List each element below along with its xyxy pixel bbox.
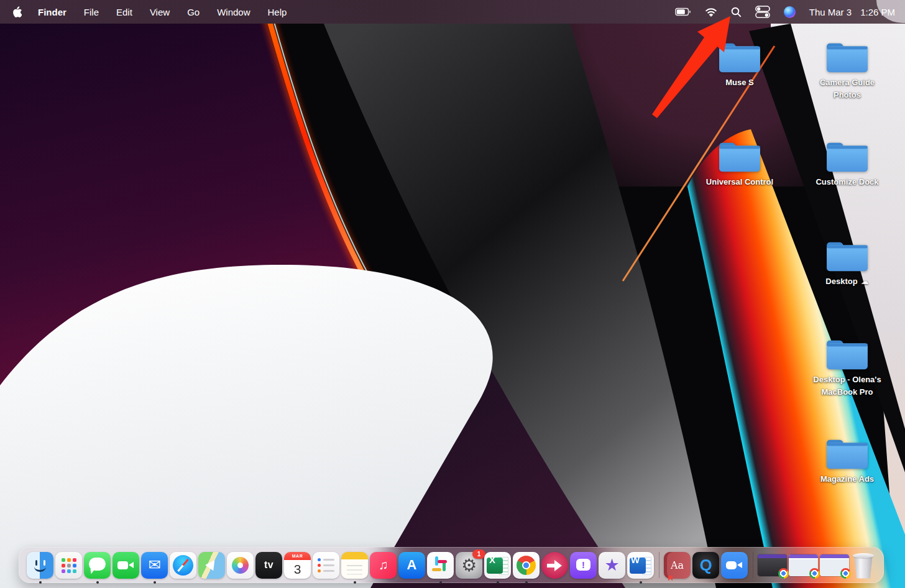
folder-label: Desktop - Olena'sMacBook Pro [813, 374, 881, 398]
running-indicator [154, 581, 156, 584]
menu-bar: Finder FileEditViewGoWindowHelp Thu Mar … [0, 0, 905, 24]
battery-icon[interactable] [675, 7, 691, 16]
folder-icon [822, 236, 872, 275]
menu-help[interactable]: Help [259, 7, 296, 17]
dock-app-store-icon[interactable]: A [398, 552, 425, 579]
notification-badge: 1 [472, 549, 485, 559]
folder-icon [822, 37, 872, 76]
spotlight-search-icon[interactable] [731, 7, 742, 17]
desktop-folder-desktop[interactable]: Desktop [801, 236, 894, 288]
dock-calendar-icon[interactable]: MAR3 [284, 552, 311, 579]
menubar-menus: FileEditViewGoWindowHelp [75, 7, 296, 17]
menu-window[interactable]: Window [208, 7, 259, 17]
folder-label: Universal Control [706, 176, 773, 188]
running-indicator [640, 581, 642, 584]
clock-date: Thu Mar 3 [809, 7, 852, 17]
clock-time: 1:26 PM [860, 7, 895, 17]
dock-minimized-window-3-icon[interactable] [820, 554, 849, 576]
running-indicator [354, 581, 356, 584]
desktop-folder-camera-guide-photos[interactable]: Camera GuidePhotos [801, 37, 894, 101]
dock-skitch-icon[interactable] [541, 552, 568, 579]
desktop-folders: Muse SCamera GuidePhotosUniversal Contro… [0, 0, 905, 588]
apple-menu-icon[interactable] [12, 6, 22, 17]
running-indicator [497, 581, 499, 584]
dock-chrome-icon[interactable] [513, 552, 540, 579]
dock-apple-tv-icon[interactable]: tv [255, 552, 282, 579]
dock-trash-icon[interactable] [851, 552, 876, 579]
macos-desktop: Finder FileEditViewGoWindowHelp Thu Mar … [0, 0, 905, 588]
dock-finder-icon[interactable] [27, 552, 53, 579]
dock-items: tvMAR3A1X!★WAaQ [26, 552, 877, 579]
folder-icon [822, 334, 872, 373]
dock-system-preferences-icon[interactable]: 1 [456, 552, 482, 579]
folder-icon [715, 137, 765, 175]
dock-reminders-icon[interactable] [313, 552, 339, 579]
desktop-folder-muse-s[interactable]: Muse S [693, 37, 786, 89]
folder-icon [822, 137, 872, 175]
dock-mail-icon[interactable] [141, 552, 168, 579]
folder-label: Customize Dock [815, 176, 878, 188]
folder-icon [822, 434, 872, 472]
dock-minimized-window-1-icon[interactable] [758, 554, 787, 576]
running-indicator [39, 581, 42, 584]
desktop-folder-customize-dock[interactable]: Customize Dock [801, 137, 894, 188]
running-indicator [439, 581, 442, 584]
dock-imovie-icon[interactable]: ★ [599, 552, 625, 579]
dock-zoom-icon[interactable] [721, 552, 748, 579]
folder-label: Desktop [825, 275, 868, 288]
dock-divider [753, 552, 753, 578]
dock-dictionary-icon[interactable]: Aa [664, 552, 691, 579]
menu-view[interactable]: View [141, 7, 178, 17]
dock-safari-icon[interactable] [170, 552, 196, 579]
folder-icon [715, 37, 765, 76]
folder-label: Magazine Ads [820, 473, 874, 485]
dock-quicktime-icon[interactable]: Q [692, 552, 719, 579]
wifi-icon[interactable] [705, 7, 717, 17]
dock-maps-icon[interactable] [198, 552, 225, 579]
desktop-folder-desktop-olena-s-macbook-pro[interactable]: Desktop - Olena'sMacBook Pro [801, 334, 894, 398]
dock-excel-icon[interactable]: X [484, 552, 511, 579]
menu-edit[interactable]: Edit [108, 7, 141, 17]
folder-label: Camera GuidePhotos [820, 76, 875, 101]
desktop-folder-magazine-ads[interactable]: Magazine Ads [801, 434, 894, 485]
dock-facetime-icon[interactable] [113, 552, 139, 579]
menu-bar-clock[interactable]: Thu Mar 3 1:26 PM [809, 7, 895, 17]
icloud-status-icon [858, 277, 869, 286]
control-center-icon[interactable] [755, 6, 770, 18]
dock-music-icon[interactable] [370, 552, 397, 579]
dock-word-icon[interactable]: W [627, 552, 654, 579]
folder-label: Muse S [725, 76, 754, 89]
dock-slack-icon[interactable] [427, 552, 454, 579]
running-indicator [525, 581, 528, 584]
menu-file[interactable]: File [75, 7, 108, 17]
dock-feedback-assistant-icon[interactable]: ! [570, 552, 597, 579]
dock: tvMAR3A1X!★WAaQ [19, 547, 884, 583]
desktop-folder-universal-control[interactable]: Universal Control [693, 137, 786, 188]
dock-launchpad-icon[interactable] [55, 552, 82, 579]
siri-icon[interactable] [784, 6, 796, 18]
dock-notes-icon[interactable] [341, 552, 368, 579]
dock-messages-icon[interactable] [84, 552, 111, 579]
dock-divider [659, 552, 659, 578]
active-app-name[interactable]: Finder [29, 7, 75, 17]
dock-minimized-window-2-icon[interactable] [789, 554, 818, 576]
running-indicator [96, 581, 99, 584]
dock-photos-icon[interactable] [227, 552, 254, 579]
menu-go[interactable]: Go [178, 7, 208, 17]
